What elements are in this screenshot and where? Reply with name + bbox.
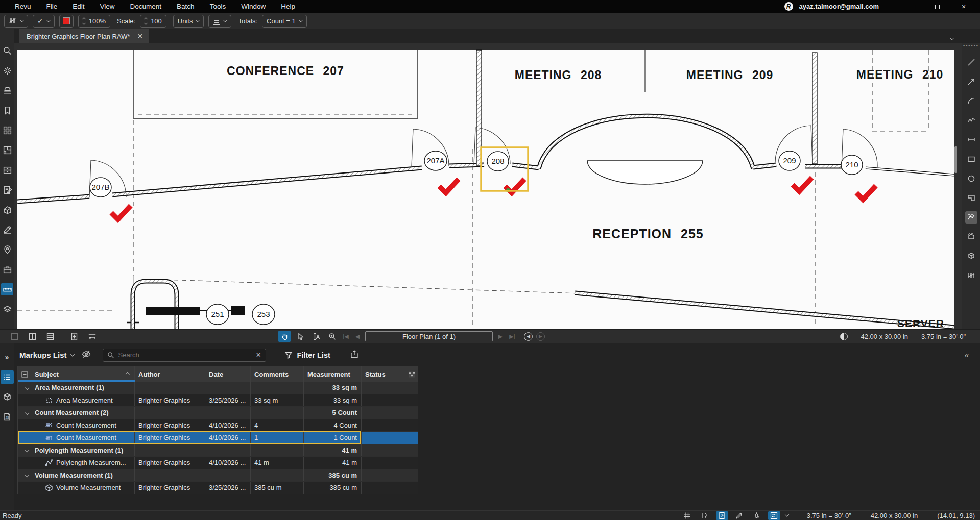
count-tool-button[interactable] <box>4 15 28 28</box>
restore-button[interactable] <box>927 3 947 11</box>
dock-handle[interactable]: •••••• <box>963 45 979 49</box>
markups-search-box[interactable]: ✕ <box>103 349 266 362</box>
table-row[interactable]: Count MeasurementBrighter Graphics4/10/2… <box>18 419 418 432</box>
spaces-icon[interactable] <box>1 144 13 156</box>
measurements-ruler-icon[interactable] <box>1 283 13 295</box>
opacity-spinner[interactable]: 100% <box>78 15 110 28</box>
filter-list-button[interactable]: Filter List <box>284 351 330 359</box>
group-chevron-icon[interactable] <box>25 411 29 415</box>
menu-edit[interactable]: Edit <box>65 3 92 10</box>
table-row[interactable]: Volume Measurement (1)385 cu m <box>18 469 418 482</box>
search-icon[interactable] <box>1 44 13 57</box>
status-tools-chevron-icon[interactable] <box>785 512 789 516</box>
markups-list-chevron-icon[interactable] <box>70 352 74 356</box>
next-page-button[interactable]: ▶ <box>496 333 505 340</box>
menu-help[interactable]: Help <box>273 3 303 10</box>
units-dropdown[interactable]: Units <box>173 15 204 28</box>
menu-revu[interactable]: Revu <box>7 3 39 10</box>
polyline-tool-icon[interactable] <box>965 114 977 127</box>
column-header-author[interactable]: Author <box>135 366 205 382</box>
polylength-measure-tool-icon[interactable] <box>965 211 977 224</box>
menu-document[interactable]: Document <box>123 3 170 10</box>
signatures-pen-icon[interactable] <box>1 224 13 236</box>
count-measure-tool-icon[interactable] <box>965 269 977 282</box>
ellipse-tool-icon[interactable] <box>965 172 977 185</box>
file-drawer-icon[interactable] <box>1 164 13 176</box>
pan-tool-icon[interactable] <box>278 331 291 342</box>
column-header-date[interactable]: Date <box>205 366 251 382</box>
3d-model-tree-icon[interactable] <box>1 390 14 404</box>
file-access-icon[interactable] <box>1 84 13 96</box>
table-row[interactable]: Area MeasurementBrighter Graphics3/25/20… <box>18 394 418 407</box>
group-chevron-icon[interactable] <box>25 448 29 452</box>
column-header-measurement[interactable]: Measurement <box>304 366 362 382</box>
column-header-subject[interactable]: Subject <box>31 366 135 382</box>
collapse-panel-icon[interactable]: « <box>965 351 969 359</box>
thumbnails-icon[interactable] <box>1 124 13 136</box>
fit-page-icon[interactable] <box>68 331 80 342</box>
checkmark-style-button[interactable]: ✓ <box>33 15 55 28</box>
area-measure-tool-icon[interactable] <box>965 231 977 243</box>
single-page-view-icon[interactable] <box>8 331 20 342</box>
toolbox-icon[interactable] <box>1 263 13 276</box>
close-button[interactable]: × <box>953 3 974 11</box>
document-tab[interactable]: Brighter Graphics Floor Plan RAW* ✕ <box>19 29 149 43</box>
bookmarks-icon[interactable] <box>1 104 13 116</box>
menu-tools[interactable]: Tools <box>202 3 234 10</box>
menu-view[interactable]: View <box>92 3 123 10</box>
table-row[interactable]: Area Measurement (1)33 sq m <box>18 382 418 394</box>
collapse-all-cell[interactable] <box>18 366 31 382</box>
ink-signature-icon[interactable] <box>751 511 763 520</box>
group-chevron-icon[interactable] <box>25 386 29 390</box>
fit-width-icon[interactable] <box>86 331 98 342</box>
markups-list-icon[interactable] <box>1 370 14 384</box>
column-header-comments[interactable]: Comments <box>251 366 304 382</box>
split-horizontal-icon[interactable] <box>44 331 56 342</box>
minimize-button[interactable] <box>900 3 921 11</box>
search-input[interactable] <box>118 351 252 359</box>
caption-style-dropdown[interactable] <box>208 15 231 28</box>
polygon-tool-icon[interactable] <box>965 192 977 204</box>
tab-close-icon[interactable]: ✕ <box>137 32 144 40</box>
markup-document-icon[interactable] <box>1 184 13 196</box>
menu-file[interactable]: File <box>39 3 65 10</box>
places-pin-icon[interactable] <box>1 243 13 256</box>
properties-gear-icon[interactable] <box>1 64 13 77</box>
expand-panel-icon[interactable]: » <box>1 351 14 364</box>
brightness-icon[interactable] <box>840 333 848 340</box>
previous-page-button[interactable]: ◀ <box>353 333 362 340</box>
canvas-scrollbar[interactable] <box>954 146 957 173</box>
column-settings-cell[interactable] <box>404 366 418 382</box>
account-email[interactable]: ayaz.taimoor@gmail.com <box>799 3 879 10</box>
arrow-tool-icon[interactable] <box>965 76 977 88</box>
split-vertical-icon[interactable] <box>26 331 38 342</box>
previous-view-button[interactable]: ◀ <box>524 332 533 341</box>
dimension-tool-icon[interactable] <box>965 134 977 146</box>
status-scale-readout[interactable]: 3.75 in = 30'-0" <box>807 512 851 519</box>
menu-batch[interactable]: Batch <box>169 3 202 10</box>
color-swatch-button[interactable] <box>59 15 74 28</box>
sync-document-icon[interactable] <box>716 511 728 520</box>
sync-markups-icon[interactable] <box>733 511 746 520</box>
scale-spinner[interactable]: 100 <box>140 15 166 28</box>
javascript-console-icon[interactable]: JS <box>1 410 14 424</box>
page-navigator[interactable]: Floor Plan (1 of 1) <box>365 331 493 341</box>
volume-measure-tool-icon[interactable] <box>965 250 977 262</box>
export-summary-icon[interactable] <box>350 350 359 361</box>
menu-window[interactable]: Window <box>233 3 273 10</box>
totals-dropdown[interactable]: Count = 1 <box>262 15 307 28</box>
line-tool-icon[interactable] <box>965 56 977 68</box>
column-header-status[interactable]: Status <box>362 366 404 382</box>
hide-markups-icon[interactable] <box>81 349 91 361</box>
zoom-tool-icon[interactable] <box>326 331 338 342</box>
last-page-button[interactable]: ▶| <box>508 333 516 340</box>
table-row[interactable]: Count MeasurementBrighter Graphics4/10/2… <box>18 432 418 444</box>
table-row[interactable]: Polylength Measurement (1)41 m <box>18 444 418 457</box>
clear-search-icon[interactable]: ✕ <box>256 351 261 359</box>
rectangle-tool-icon[interactable] <box>965 153 977 165</box>
pdf-canvas[interactable]: 207B 207A 208 209 210 251 253 <box>14 43 962 329</box>
sets-house-icon[interactable] <box>1 204 13 216</box>
tab-list-chevron-icon[interactable] <box>950 36 954 40</box>
table-row[interactable]: Count Measurement (2)5 Count <box>18 407 418 419</box>
table-row[interactable]: Volume MeasurementBrighter Graphics3/25/… <box>18 482 418 494</box>
